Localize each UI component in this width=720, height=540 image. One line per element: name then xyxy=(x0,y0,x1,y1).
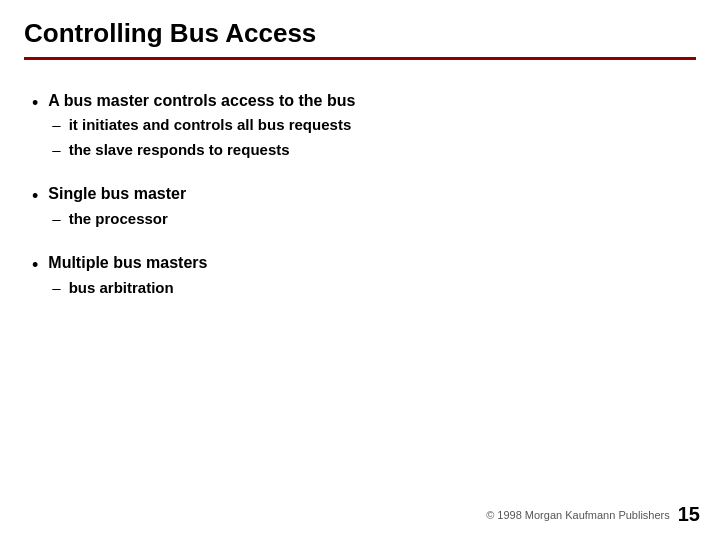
sub-item-1-2: – the slave responds to requests xyxy=(48,139,688,162)
sub-dash-1-1: – xyxy=(52,114,60,137)
sub-item-1-1: – it initiates and controls all bus requ… xyxy=(48,114,688,137)
bullet-dot-2: • xyxy=(32,184,38,209)
bullet-item-3: • Multiple bus masters – bus arbitration xyxy=(32,252,688,299)
bullet-content-2: Single bus master – the processor xyxy=(48,183,688,230)
bullet-item-2: • Single bus master – the processor xyxy=(32,183,688,230)
slide-title: Controlling Bus Access xyxy=(24,18,696,49)
sub-dash-2-1: – xyxy=(52,208,60,231)
slide: Controlling Bus Access • A bus master co… xyxy=(0,0,720,540)
slide-header: Controlling Bus Access xyxy=(0,0,720,70)
slide-footer: © 1998 Morgan Kaufmann Publishers 15 xyxy=(486,503,700,526)
bullet-content-1: A bus master controls access to the bus … xyxy=(48,90,688,161)
sub-text-1-2: the slave responds to requests xyxy=(69,139,290,162)
bullet-main-2: Single bus master xyxy=(48,183,688,205)
bullet-dot-3: • xyxy=(32,253,38,278)
sub-dash-1-2: – xyxy=(52,139,60,162)
sub-item-3-1: – bus arbitration xyxy=(48,277,688,300)
sub-item-2-1: – the processor xyxy=(48,208,688,231)
slide-content: • A bus master controls access to the bu… xyxy=(0,70,720,341)
bullet-main-3: Multiple bus masters xyxy=(48,252,688,274)
sub-text-3-1: bus arbitration xyxy=(69,277,174,300)
header-divider xyxy=(24,57,696,60)
sub-dash-3-1: – xyxy=(52,277,60,300)
bullet-item-1: • A bus master controls access to the bu… xyxy=(32,90,688,161)
bullet-content-3: Multiple bus masters – bus arbitration xyxy=(48,252,688,299)
bullet-main-1: A bus master controls access to the bus xyxy=(48,90,688,112)
bullet-dot-1: • xyxy=(32,91,38,116)
page-number: 15 xyxy=(678,503,700,526)
sub-text-1-1: it initiates and controls all bus reques… xyxy=(69,114,352,137)
sub-text-2-1: the processor xyxy=(69,208,168,231)
copyright-text: © 1998 Morgan Kaufmann Publishers xyxy=(486,509,670,521)
